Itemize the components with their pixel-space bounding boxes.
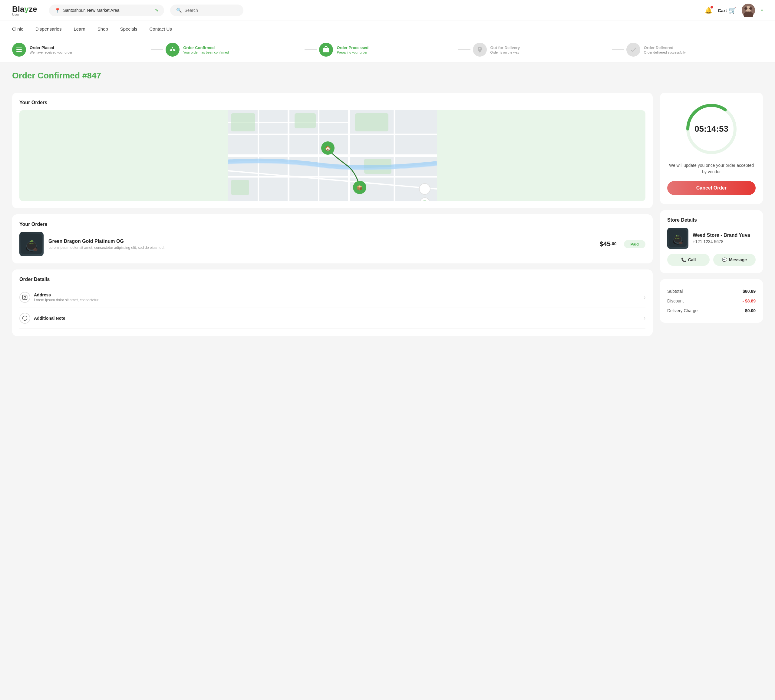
order-item-info: Green Dragon Gold Platinum OG Lorem ipsu… (48, 238, 595, 250)
order-item-image: Los Exotics (19, 232, 43, 256)
search-input[interactable] (185, 8, 237, 13)
svg-text:🏠: 🏠 (325, 146, 331, 151)
cart-icon: 🛒 (729, 7, 736, 14)
left-column: Your Orders (12, 93, 653, 336)
svg-text:Exotics: Exotics (675, 238, 680, 239)
discount-row: Discount - $8.89 (667, 296, 756, 306)
discount-label: Discount (667, 299, 684, 303)
delivery-label: Delivery Charge (667, 308, 697, 313)
logo: Blayze User (12, 5, 37, 17)
map-svg: 🏠 📦 (19, 110, 645, 201)
address-icon (19, 292, 30, 303)
store-phone: +121 1234 5678 (693, 239, 750, 244)
out-for-delivery-title: Out for Delivery (491, 45, 520, 50)
location-input[interactable] (63, 8, 153, 13)
order-placed-icon (12, 43, 26, 57)
status-step-order-placed: Order Placed We have received your order (12, 43, 149, 57)
cancel-order-button[interactable]: Cancel Order (667, 181, 756, 195)
nav-clinic[interactable]: Clinic (12, 21, 23, 37)
order-details-card: Order Details Address Lorem ipsum dolor … (12, 269, 653, 336)
order-delivered-sub: Order delivered successfully (644, 51, 686, 54)
cart-button[interactable]: Cart 🛒 (718, 7, 736, 14)
timer-display: 05:14:53 (695, 124, 728, 134)
timer-card: 05:14:53 We will update you once your or… (660, 93, 763, 204)
price-summary-card: Subtotal $80.89 Discount - $8.89 Deliver… (660, 279, 763, 323)
order-item-name: Green Dragon Gold Platinum OG (48, 238, 595, 244)
store-details-title: Store Details (667, 218, 756, 223)
nav-dispensaries[interactable]: Dispensaries (35, 21, 62, 37)
header: Blayze User 📍 ✎ 🔍 🔔 Cart 🛒 (0, 0, 775, 21)
status-step-order-processed: Order Processed Preparing your order (319, 43, 456, 57)
message-button[interactable]: 💬 Message (713, 254, 756, 266)
discount-value: - $8.89 (742, 299, 756, 303)
store-item: Los Exotics Weed Store - Brand Yuva +121… (667, 228, 756, 249)
svg-text:Exotics: Exotics (28, 243, 34, 244)
order-item: Los Exotics Green Dragon Gold Platinum O… (19, 232, 645, 256)
svg-point-40 (33, 248, 38, 251)
notification-dot (710, 6, 713, 8)
cart-label: Cart (718, 8, 727, 13)
nav-shop[interactable]: Shop (98, 21, 108, 37)
note-icon (19, 313, 30, 324)
user-avatar-button[interactable] (742, 3, 755, 17)
right-column: 05:14:53 We will update you once your or… (660, 93, 763, 336)
address-sub: Lorem ipsum dolor sit amet, consectetur (34, 298, 640, 302)
order-items-title: Your Orders (19, 222, 645, 227)
svg-text:Los: Los (30, 240, 33, 242)
svg-point-30 (419, 183, 430, 195)
page-title-area: Order Confirmed #847 (0, 62, 775, 81)
nav-learn[interactable]: Learn (73, 21, 85, 37)
order-placed-title: Order Placed (30, 45, 72, 50)
status-divider-1 (151, 49, 163, 50)
order-confirmed-icon (166, 43, 180, 57)
subtotal-value: $80.89 (743, 289, 756, 294)
additional-note-row[interactable]: Additional Note › (19, 308, 645, 329)
order-items-card: Your Orders Los Exotics Green Dragon Gol… (12, 214, 653, 263)
address-row[interactable]: Address Lorem ipsum dolor sit amet, cons… (19, 287, 645, 308)
avatar-image (742, 3, 755, 17)
svg-rect-25 (231, 180, 249, 195)
svg-rect-41 (23, 295, 27, 300)
map-area[interactable]: 🏠 📦 (19, 110, 645, 201)
call-icon: 📞 (681, 257, 686, 262)
svg-point-4 (749, 7, 752, 10)
subtotal-label: Subtotal (667, 289, 683, 294)
store-name: Weed Store - Brand Yuva (693, 233, 750, 238)
svg-point-52 (679, 242, 683, 244)
out-for-delivery-sub: Order is on the way (491, 51, 520, 54)
nav-contact-us[interactable]: Contact Us (150, 21, 172, 37)
svg-rect-22 (294, 113, 316, 128)
order-placed-sub: We have received your order (30, 51, 72, 54)
order-item-price: $45.00 (599, 240, 616, 248)
svg-text:Los: Los (676, 235, 679, 237)
status-step-out-for-delivery: Out for Delivery Order is on the way (473, 43, 609, 57)
order-processed-sub: Preparing your order (337, 51, 368, 54)
subtotal-row: Subtotal $80.89 (667, 286, 756, 296)
search-icon: 🔍 (176, 8, 182, 13)
location-bar[interactable]: 📍 ✎ (49, 5, 164, 17)
status-step-order-confirmed: Order Confirmed Your order has been conf… (166, 43, 302, 57)
order-details-title: Order Details (19, 277, 645, 282)
out-for-delivery-icon (473, 43, 487, 57)
store-actions: 📞 Call 💬 Message (667, 254, 756, 266)
nav-specials[interactable]: Specials (120, 21, 138, 37)
timer-circle: 05:14:53 (684, 102, 739, 156)
delivery-row: Delivery Charge $0.00 (667, 306, 756, 316)
call-button[interactable]: 📞 Call (667, 254, 710, 266)
status-divider-2 (304, 49, 317, 50)
order-confirmed-title: Order Confirmed (183, 45, 229, 50)
order-delivered-icon (626, 43, 640, 57)
edit-location-icon[interactable]: ✎ (155, 8, 159, 13)
svg-point-3 (744, 7, 747, 10)
svg-point-43 (23, 316, 27, 321)
search-bar[interactable]: 🔍 (170, 5, 243, 16)
page-title: Order Confirmed #847 (12, 71, 763, 81)
svg-rect-21 (231, 113, 255, 131)
logo-sub: User (12, 13, 19, 17)
notification-bell[interactable]: 🔔 (705, 7, 712, 14)
timer-description: We will update you once your order accep… (667, 162, 756, 175)
location-icon: 📍 (55, 8, 61, 13)
svg-point-8 (172, 47, 173, 48)
svg-rect-6 (17, 49, 22, 50)
user-chevron[interactable]: ▾ (761, 8, 763, 12)
